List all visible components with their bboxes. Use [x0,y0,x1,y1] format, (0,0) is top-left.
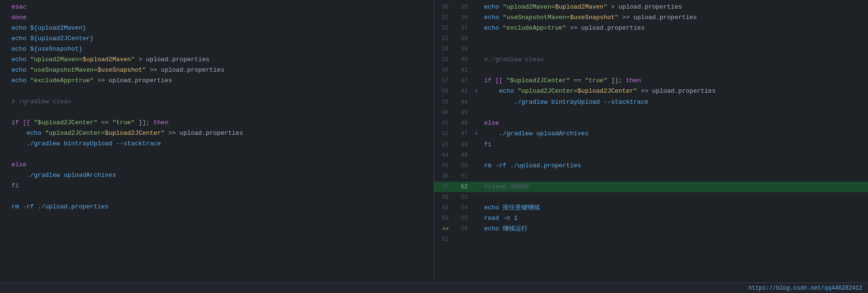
right-line-num2: 48 [453,140,473,150]
right-line-content: rm -rf ./upload.properties [480,161,868,171]
statusbar: https://blog.csdn.net/qq446282412 [0,282,868,293]
right-line-content: read -n 1 [480,213,868,224]
right-line-content: ./gradlew bintrayUpload --stacktrace [480,97,868,108]
right-line-num2: 47 [453,129,473,139]
left-line: fi [0,181,434,191]
right-line-num1: 30 [434,2,453,12]
left-code-area: esacdoneecho ${upload2Maven}echo ${uploa… [0,0,434,282]
right-line: 3439 [434,44,868,54]
right-line-num2: 46 [453,118,473,129]
right-code-area: 3035echo "upload2Maven=$upload2Maven" > … [434,0,868,282]
right-line: 4449 [434,150,868,161]
right-line: 3843▼ echo "upload2JCenter=$upload2JCent… [434,86,868,97]
right-line-num2: 41 [453,65,473,76]
right-line-num2: 35 [453,2,473,12]
left-line: ./gradlew bintrayUpload --stacktrace [0,139,434,149]
right-line-num2: 42 [453,76,473,86]
right-line-num1: 48 [434,192,453,203]
left-line-content: rm -rf ./upload.properties [8,202,434,212]
right-line-num2: 55 [453,213,473,224]
left-line: echo ${useSnapshot} [0,44,434,54]
right-line: 3540#./gradlew clean [434,54,868,65]
right-line-num1: 40 [434,108,453,118]
right-line-content: else [480,118,868,129]
right-line-num1: 50 [434,213,453,224]
left-line: echo ${upload2JCenter} [0,33,434,44]
right-line-num2: 40 [453,54,473,65]
right-line-num1: 37 [434,76,453,86]
right-line-content: echo "useSnapshotMaven=$useSnapshot" >> … [480,12,868,23]
left-line: echo "upload2Maven=$upload2Maven" > uplo… [0,54,434,65]
right-line: 4045 [434,108,868,118]
right-line-num1: 35 [434,54,453,65]
right-line-content: ./gradlew uploadArchives [480,129,868,139]
left-line: done [0,12,434,23]
left-line [0,149,434,160]
left-line-content: echo ${upload2JCenter} [8,33,434,44]
statusbar-link[interactable]: https://blog.csdn.net/qq446282412 [748,285,862,292]
left-line-content: echo ${useSnapshot} [8,44,434,54]
left-line: echo "useSnapshotMaven=$useSnapshot" >> … [0,65,434,76]
left-line-content: ./gradlew uploadArchives [8,170,434,181]
right-line-num2: 37 [453,23,473,33]
left-line-content: esac [8,2,434,12]
right-line-num2: 44 [453,97,473,108]
right-line-num2: 54 [453,203,473,213]
left-line: esac [0,2,434,12]
right-line-content: fi [480,140,868,150]
right-line: 3035echo "upload2Maven=$upload2Maven" > … [434,2,868,12]
right-line-num1: 33 [434,33,453,44]
right-line-num2: 36 [453,12,473,23]
left-line-content: echo "excludeApp=true" >> upload.propert… [8,76,434,86]
right-line-num2: 39 [453,44,473,54]
right-line: >> 5156echo 继续运行 [434,224,868,245]
right-line-num2: 51 [453,171,473,182]
right-line-num1: 47 [434,182,453,192]
left-line-content: if [[ "$upload2JCenter" == "true" ]]; th… [8,118,434,128]
left-line [0,86,434,97]
right-gutter: ▼ [473,87,480,97]
right-line-num2: 38 [453,33,473,44]
right-line-num1: 38 [434,86,453,97]
left-line-content: #./gradlew clean [8,97,434,107]
left-line-content: else [8,160,434,170]
left-line [0,191,434,202]
right-line-num1: 31 [434,12,453,23]
left-line-content: fi [8,181,434,191]
right-line-content: #./gradlew clean [480,54,868,65]
right-line: 4146else [434,118,868,129]
right-line-num1: 41 [434,118,453,129]
right-line-num2: 53 [453,192,473,203]
right-line-num1: 43 [434,140,453,150]
left-line: echo "excludeApp=true" >> upload.propert… [0,76,434,86]
right-line: 4651 [434,171,868,182]
right-line-num2: 50 [453,161,473,171]
right-line-num1: 49 [434,203,453,213]
right-line-num2: 52 [453,182,473,192]
left-line: ./gradlew uploadArchives [0,170,434,181]
right-line-num1: 34 [434,44,453,54]
right-line: 4752#sleep 10000 [434,182,868,192]
right-line-num1: 44 [434,150,453,161]
right-line-num2: 56 [453,224,473,234]
left-line-content: done [8,12,434,23]
left-line: else [0,160,434,170]
right-line-content: echo "excludeApp=true" >> upload.propert… [480,23,868,33]
right-line-content: #sleep 10000 [480,182,868,192]
editor-container: esacdoneecho ${upload2Maven}echo ${uploa… [0,0,868,282]
right-line-num2: 49 [453,150,473,161]
left-line-content: echo "upload2JCenter=$upload2JCenter" >>… [8,128,434,139]
right-line: 3944 ./gradlew bintrayUpload --stacktrac… [434,97,868,108]
left-line: #./gradlew clean [0,97,434,107]
right-line: 5055read -n 1 [434,213,868,224]
right-gutter: ▼ [473,129,480,140]
left-line: echo "upload2JCenter=$upload2JCenter" >>… [0,128,434,139]
right-line: 3742if [[ "$upload2JCenter" == "true" ]]… [434,76,868,86]
right-line-content: echo "upload2JCenter=$upload2JCenter" >>… [480,86,868,97]
left-line-content: echo ${upload2Maven} [8,23,434,33]
right-line-content: echo 按任意键继续 [480,203,868,213]
right-line-content: if [[ "$upload2JCenter" == "true" ]]; th… [480,76,868,86]
right-line: 4954echo 按任意键继续 [434,203,868,213]
right-line: 4550rm -rf ./upload.properties [434,161,868,171]
right-line-num2: 45 [453,108,473,118]
